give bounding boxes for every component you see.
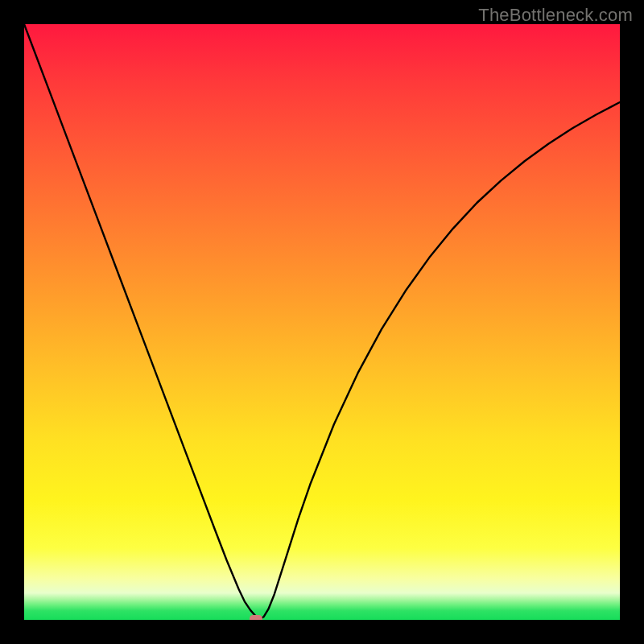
minimum-marker [250, 615, 262, 620]
curve-layer [24, 24, 620, 620]
plot-area [24, 24, 620, 620]
watermark-text: TheBottleneck.com [478, 5, 633, 26]
chart-frame: TheBottleneck.com [0, 0, 644, 644]
bottleneck-curve [24, 24, 620, 619]
